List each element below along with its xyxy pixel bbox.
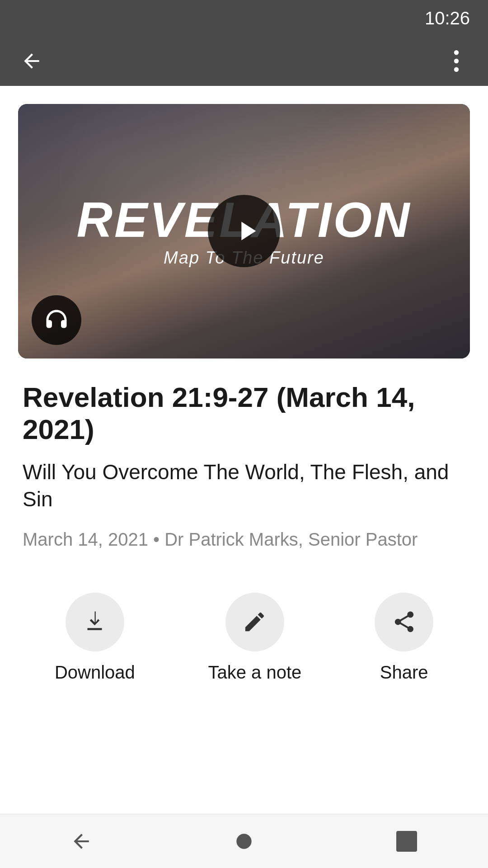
bottom-navigation (0, 814, 488, 868)
svg-point-3 (454, 50, 459, 55)
audio-badge[interactable] (32, 295, 81, 345)
play-button[interactable] (208, 195, 280, 267)
download-icon (82, 609, 107, 634)
sermon-subtitle: Will You Overcome The World, The Flesh, … (23, 459, 465, 513)
nav-back-button[interactable] (63, 823, 99, 859)
download-action[interactable]: Download (55, 593, 135, 683)
nav-recents-button[interactable] (389, 823, 425, 859)
share-circle (375, 593, 433, 651)
more-options-button[interactable] (443, 47, 470, 75)
pencil-icon (242, 609, 267, 634)
sermon-title: Revelation 21:9-27 (March 14, 2021) (23, 381, 465, 446)
back-button[interactable] (18, 47, 45, 75)
video-thumbnail: REVELATION Map To The Future (18, 104, 470, 359)
download-label: Download (55, 662, 135, 683)
nav-home-button[interactable] (226, 823, 262, 859)
svg-point-5 (454, 67, 459, 72)
nav-bar (0, 36, 488, 86)
recents-icon (396, 831, 417, 852)
sermon-meta: March 14, 2021 • Dr Patrick Marks, Senio… (23, 527, 465, 552)
svg-point-4 (454, 59, 459, 63)
share-label: Share (380, 662, 428, 683)
status-time: 10:26 (425, 8, 470, 28)
take-note-action[interactable]: Take a note (208, 593, 302, 683)
svg-point-6 (236, 834, 251, 849)
status-icons: 10:26 (396, 8, 470, 28)
share-action[interactable]: Share (375, 593, 433, 683)
share-icon (392, 609, 417, 634)
status-bar: 10:26 (0, 0, 488, 36)
take-note-circle (225, 593, 284, 651)
action-buttons: Download Take a note Share (0, 579, 488, 696)
download-circle (66, 593, 124, 651)
take-note-label: Take a note (208, 662, 302, 683)
content-area: Revelation 21:9-27 (March 14, 2021) Will… (0, 359, 488, 552)
